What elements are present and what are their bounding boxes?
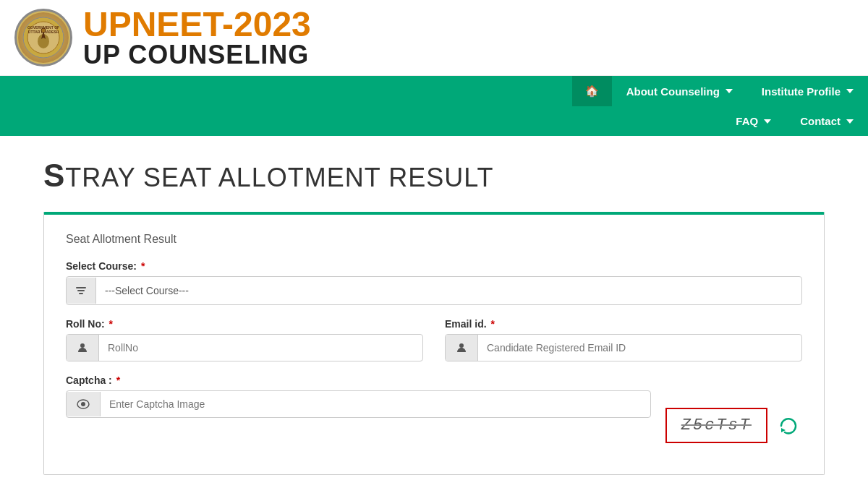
- form-card: Seat Allotment Result Select Course: * -…: [43, 212, 825, 475]
- course-label: Select Course: *: [66, 260, 802, 272]
- svg-point-7: [80, 343, 85, 348]
- email-wrapper: [445, 334, 802, 361]
- chevron-down-icon: [846, 89, 854, 93]
- captcha-row: Z5cTsT: [66, 390, 802, 443]
- select-chevron-icon: [775, 277, 801, 304]
- page-title-rest: TRAY SEAT ALLOTMENT RESULT: [65, 163, 493, 192]
- title-counseling: UP COUNSELING: [83, 42, 311, 68]
- page-title-prefix: S: [43, 158, 65, 193]
- svg-point-6: [41, 28, 46, 33]
- captcha-image-group: Z5cTsT: [665, 408, 802, 443]
- person-icon: [67, 335, 99, 361]
- person-icon: [446, 335, 478, 361]
- chevron-down-icon: [764, 119, 771, 124]
- email-label: Email id. *: [445, 318, 802, 330]
- email-input[interactable]: [478, 335, 801, 361]
- captcha-label: Captcha : *: [66, 374, 802, 386]
- site-header: GOVERNMENT OF UTTAR PRADESH UPNEET-2023 …: [0, 0, 868, 76]
- roll-no-wrapper: [66, 334, 423, 361]
- course-select-wrapper: ---Select Course---: [66, 276, 802, 305]
- captcha-group: Captcha : * Z5cT: [66, 374, 802, 443]
- required-marker: *: [109, 318, 113, 330]
- nav-institute-profile[interactable]: Institute Profile: [747, 77, 868, 106]
- captcha-input-wrapper: [66, 390, 651, 418]
- email-group: Email id. *: [445, 318, 802, 361]
- chevron-down-icon: [846, 119, 854, 124]
- form-section-title: Seat Allotment Result: [66, 233, 802, 246]
- main-content: STRAY SEAT ALLOTMENT RESULT Seat Allotme…: [14, 136, 854, 488]
- title-upneet: UPNEET-2023: [83, 7, 311, 42]
- site-title: UPNEET-2023 UP COUNSELING: [83, 7, 311, 68]
- course-group: Select Course: * ---Select Course---: [66, 260, 802, 305]
- captcha-input[interactable]: [101, 391, 650, 417]
- captcha-input-group: [66, 390, 651, 418]
- captcha-refresh-button[interactable]: [775, 412, 802, 440]
- chevron-down-icon: [726, 89, 733, 93]
- roll-no-label: Roll No: *: [66, 318, 423, 330]
- required-marker: *: [116, 374, 120, 386]
- main-nav: 🏠 About Counseling Institute Profile FAQ…: [0, 76, 868, 136]
- home-icon: 🏠: [585, 85, 599, 98]
- nav-faq-label: FAQ: [736, 115, 758, 127]
- nav-institute-profile-label: Institute Profile: [762, 85, 841, 98]
- svg-point-10: [81, 402, 85, 406]
- required-marker: *: [141, 260, 145, 272]
- nav-about-counseling[interactable]: About Counseling: [612, 77, 747, 106]
- roll-no-group: Roll No: *: [66, 318, 423, 361]
- nav-contact-label: Contact: [800, 115, 841, 127]
- nav-contact[interactable]: Contact: [786, 106, 868, 136]
- page-title: STRAY SEAT ALLOTMENT RESULT: [43, 158, 825, 194]
- eye-icon: [67, 392, 101, 416]
- logo-area: GOVERNMENT OF UTTAR PRADESH UPNEET-2023 …: [14, 7, 311, 68]
- nav-faq[interactable]: FAQ: [721, 106, 786, 136]
- captcha-image: Z5cTsT: [665, 408, 767, 443]
- svg-point-8: [459, 343, 464, 348]
- roll-email-row: Roll No: * Email id. *: [66, 318, 802, 374]
- sort-icon: [67, 278, 96, 304]
- course-select[interactable]: ---Select Course---: [96, 278, 775, 304]
- roll-no-input[interactable]: [99, 335, 422, 361]
- required-marker: *: [490, 318, 494, 330]
- nav-home[interactable]: 🏠: [572, 76, 612, 106]
- nav-about-counseling-label: About Counseling: [626, 85, 720, 98]
- logo-emblem: GOVERNMENT OF UTTAR PRADESH: [14, 9, 72, 67]
